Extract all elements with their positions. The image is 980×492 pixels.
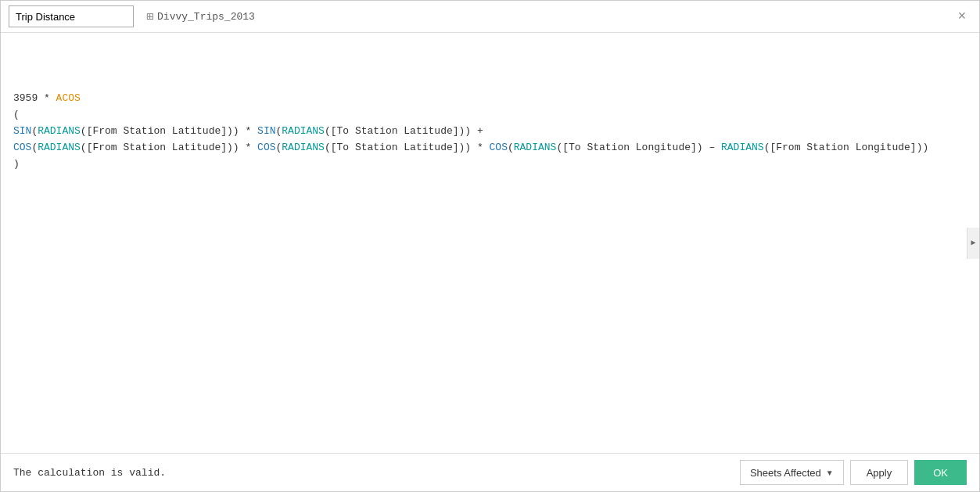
formula-token: ACOS <box>56 92 81 104</box>
dialog-footer: The calculation is valid. Sheets Affecte… <box>1 453 979 491</box>
calculated-field-dialog: ⊞ Divvy_Trips_2013 × 3959 * ACOS(SIN(RAD… <box>0 0 980 492</box>
sheets-affected-button[interactable]: Sheets Affected ▼ <box>740 460 844 485</box>
datasource-label: Divvy_Trips_2013 <box>157 11 255 23</box>
formula-token: RADIANS <box>282 125 325 137</box>
footer-actions: Sheets Affected ▼ Apply OK <box>740 460 967 485</box>
formula-token: 3959 * <box>13 92 56 104</box>
formula-token: SIN <box>13 125 31 137</box>
datasource-icon: ⊞ <box>146 9 153 24</box>
formula-token: ) <box>13 158 20 170</box>
formula-token: RADIANS <box>38 142 81 153</box>
apply-button[interactable]: Apply <box>850 460 909 485</box>
datasource-badge: ⊞ Divvy_Trips_2013 <box>146 9 255 24</box>
formula-line: ) <box>13 156 967 173</box>
formula-token: ([From Station Latitude])) * <box>81 125 257 137</box>
formula-editor[interactable]: 3959 * ACOS(SIN(RADIANS([From Station La… <box>1 33 979 453</box>
formula-token: ( <box>13 109 20 120</box>
formula-token: RADIANS <box>514 142 557 153</box>
formula-token: ([From Station Latitude])) * <box>81 142 257 153</box>
field-name-input[interactable] <box>9 5 134 27</box>
formula-line: 3959 * ACOS <box>13 91 967 107</box>
formula-token: COS <box>13 142 31 153</box>
formula-token: RADIANS <box>38 125 81 137</box>
formula-token: COS <box>257 142 275 153</box>
formula-token: RADIANS <box>282 142 325 153</box>
formula-token: SIN <box>257 125 275 137</box>
ok-button[interactable]: OK <box>914 460 967 485</box>
formula-token: ([To Station Longitude]) – <box>556 142 721 153</box>
formula-line: SIN(RADIANS([From Station Latitude])) * … <box>13 124 967 140</box>
close-button[interactable]: × <box>953 7 971 26</box>
chevron-down-icon: ▼ <box>826 469 834 477</box>
dialog-header: ⊞ Divvy_Trips_2013 × <box>1 1 979 33</box>
formula-token: COS <box>490 142 508 153</box>
formula-line: COS(RADIANS([From Station Latitude])) * … <box>13 140 967 156</box>
formula-token: ([To Station Latitude])) + <box>325 125 483 137</box>
formula-line: ( <box>13 107 967 124</box>
validation-status: The calculation is valid. <box>13 467 166 479</box>
side-panel-toggle[interactable]: ▶ <box>967 228 979 259</box>
formula-token: RADIANS <box>721 142 764 153</box>
formula-token: ( <box>508 142 514 153</box>
formula-token: ([From Station Longitude])) <box>764 142 929 153</box>
formula-token: ([To Station Latitude])) * <box>325 142 490 153</box>
